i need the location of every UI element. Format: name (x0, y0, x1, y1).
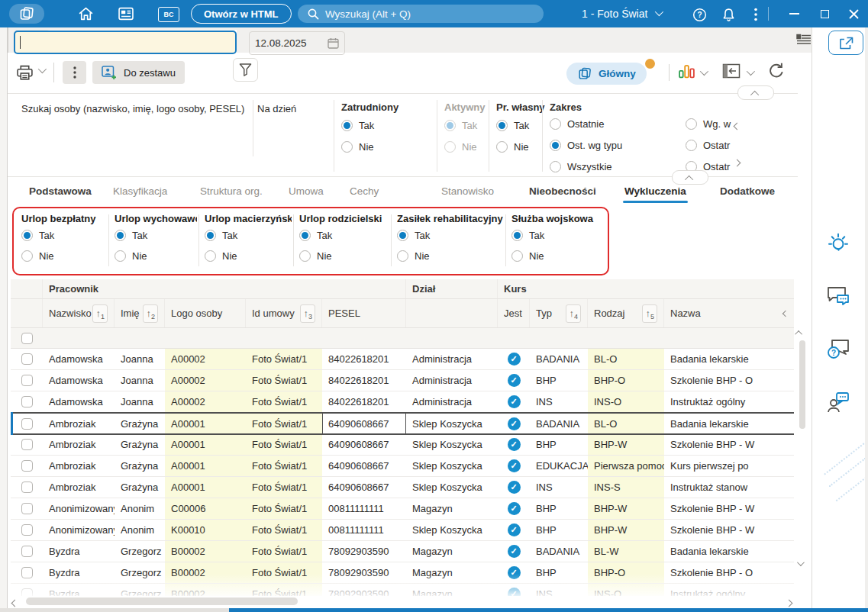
filter-funnel-button[interactable] (233, 58, 258, 82)
scope-scroll-left-icon[interactable] (734, 118, 740, 132)
sort-indicator[interactable]: ↑5 (642, 304, 657, 323)
radio-checked-icon[interactable] (115, 230, 126, 241)
maximize-button[interactable] (814, 5, 835, 23)
hscroll-right-icon[interactable] (786, 598, 792, 607)
column-header-nazwa[interactable]: Nazwa (664, 299, 794, 327)
idea-icon[interactable] (823, 227, 853, 258)
group-header-pracownik[interactable]: Pracownik (43, 279, 406, 298)
table-row[interactable]: AnonimizowanyAnonimK00010Foto Świat/1008… (11, 520, 794, 541)
dock-dropdown-chevron-icon[interactable] (747, 69, 753, 76)
radio-unchecked-icon[interactable] (511, 250, 523, 262)
vertical-scrollbar-thumb[interactable] (799, 340, 805, 429)
group-header-dzial[interactable]: Dział (406, 279, 498, 298)
community-icon[interactable] (823, 388, 853, 418)
sort-indicator[interactable]: ↑1 (92, 304, 108, 323)
table-row[interactable]: ByzdraGrzegorzB00002Foto Świat/178092903… (11, 541, 794, 562)
table-row[interactable]: AnonimizowanyAnonimC00006Foto Świat/1008… (11, 498, 794, 520)
app-logo-icon[interactable] (9, 4, 44, 24)
radio-unchecked-icon[interactable] (397, 250, 408, 262)
radio-unchecked-icon[interactable] (299, 250, 311, 262)
row-checkbox[interactable] (21, 439, 33, 450)
tab-nieobecno-ci[interactable]: Nieobecności (528, 185, 598, 203)
table-row[interactable]: AmbroziakGrażynaA00001Foto Świat/1640906… (11, 434, 794, 456)
layout-list-icon[interactable] (796, 34, 812, 49)
row-checkbox[interactable] (21, 396, 33, 407)
help-icon[interactable]: ? (689, 7, 709, 22)
row-checkbox[interactable] (21, 588, 33, 596)
radio-exclusion-2-tak[interactable]: Tak (205, 230, 237, 241)
radio-pr. własny-nie[interactable]: Nie (496, 141, 529, 153)
radio-zakres-ostatnie[interactable]: Ostatnie (550, 118, 604, 130)
row-checkbox[interactable] (21, 503, 33, 514)
global-search-input[interactable]: Wyszukaj (Alt + Q) (298, 5, 544, 23)
add-to-set-button[interactable]: Do zestawu (92, 61, 185, 84)
table-row[interactable]: AmbroziakGrażynaA00001Foto Świat/1640906… (11, 412, 794, 435)
hscroll-left-icon[interactable] (12, 598, 18, 607)
open-in-html-button[interactable]: Otwórz w HTML (191, 4, 292, 24)
column-header-imi-[interactable]: Imię↑2 (115, 299, 165, 327)
chart-dropdown-chevron-icon[interactable] (700, 69, 706, 76)
row-checkbox[interactable] (21, 546, 33, 557)
radio-unchecked-icon[interactable] (550, 161, 561, 172)
table-row[interactable]: AdamowskaJoannaA00002Foto Świat/18402261… (11, 349, 794, 370)
chart-analysis-icon[interactable] (678, 63, 695, 79)
table-scroll-down-icon[interactable] (797, 558, 802, 568)
column-header-pesel[interactable]: PESEL (322, 299, 406, 327)
tab-stanowisko[interactable]: Stanowisko (440, 185, 495, 203)
row-checkbox[interactable] (21, 418, 33, 430)
row-checkbox[interactable] (21, 482, 33, 493)
dock-panel-icon[interactable] (722, 63, 741, 79)
radio-unchecked-icon[interactable] (115, 250, 126, 262)
radio-zatrudniony-nie[interactable]: Nie (341, 141, 374, 153)
main-view-button[interactable]: Główny (566, 63, 647, 85)
row-actions-kebab-button[interactable] (63, 61, 86, 84)
help-chat-icon[interactable]: ? (823, 334, 853, 365)
table-row[interactable]: AmbroziakGrażynaA00001Foto Świat/1640906… (11, 456, 794, 477)
news-icon[interactable] (116, 6, 136, 21)
column-header-dzial-span[interactable] (406, 299, 498, 327)
radio-unchecked-icon[interactable] (341, 141, 353, 153)
radio-checked-icon[interactable] (341, 120, 353, 131)
minimize-button[interactable] (783, 5, 805, 23)
radio-exclusion-4-tak[interactable]: Tak (397, 230, 430, 241)
feedback-icon[interactable] (823, 281, 853, 311)
radio-exclusion-1-nie[interactable]: Nie (115, 250, 147, 262)
company-selector[interactable]: 1 - Foto Świat (582, 6, 661, 21)
radio-checked-icon[interactable] (299, 230, 311, 241)
radio-zakres2-wg. w[interactable]: Wg. w (686, 118, 731, 130)
scope-scroll-right-icon[interactable] (734, 155, 740, 169)
radio-unchecked-icon[interactable] (496, 141, 508, 153)
table-row[interactable]: ByzdraGrzegorzB00002Foto Świat/178092903… (11, 584, 794, 596)
radio-pr. własny-tak[interactable]: Tak (496, 120, 529, 131)
table-scroll-up-icon[interactable] (797, 327, 802, 337)
row-checkbox[interactable] (21, 353, 33, 365)
radio-exclusion-1-tak[interactable]: Tak (115, 230, 147, 241)
radio-checked-icon[interactable] (496, 120, 508, 131)
bc-icon[interactable]: BC (158, 7, 179, 22)
tab-podstawowa[interactable]: Podstawowa (27, 185, 93, 203)
table-row[interactable]: AmbroziakGrażynaA00001Foto Świat/1640906… (11, 477, 794, 498)
column-header-jest[interactable]: Jest (498, 299, 530, 327)
tab-klasyfikacja[interactable]: Klasyfikacja (111, 185, 169, 203)
column-header-rodzaj[interactable]: Rodzaj↑5 (588, 299, 664, 327)
more-options-kebab-icon[interactable] (746, 7, 766, 22)
radio-exclusion-0-nie[interactable]: Nie (21, 250, 54, 262)
column-header-logo-osoby[interactable]: Logo osoby (165, 299, 246, 327)
search-person-input[interactable] (14, 31, 237, 54)
row-checkbox[interactable] (21, 375, 33, 386)
tab-wykluczenia[interactable]: Wykluczenia (623, 185, 688, 203)
radio-unchecked-icon[interactable] (550, 118, 561, 130)
radio-zakres-wszystkie[interactable]: Wszystkie (550, 161, 612, 172)
radio-checked-icon[interactable] (550, 140, 561, 151)
sort-indicator[interactable]: ↑3 (300, 304, 315, 323)
home-icon[interactable] (76, 6, 95, 21)
date-input[interactable]: 12.08.2025 (249, 31, 345, 55)
radio-checked-icon[interactable] (205, 230, 216, 241)
group-header-kurs[interactable]: Kurs (498, 279, 794, 298)
radio-unchecked-icon[interactable] (21, 250, 33, 262)
share-button[interactable] (828, 31, 863, 55)
notifications-bell-icon[interactable] (718, 7, 738, 22)
radio-exclusion-5-tak[interactable]: Tak (511, 230, 544, 241)
radio-unchecked-icon[interactable] (686, 140, 697, 151)
table-row[interactable]: AdamowskaJoannaA00002Foto Świat/18402261… (11, 370, 794, 391)
